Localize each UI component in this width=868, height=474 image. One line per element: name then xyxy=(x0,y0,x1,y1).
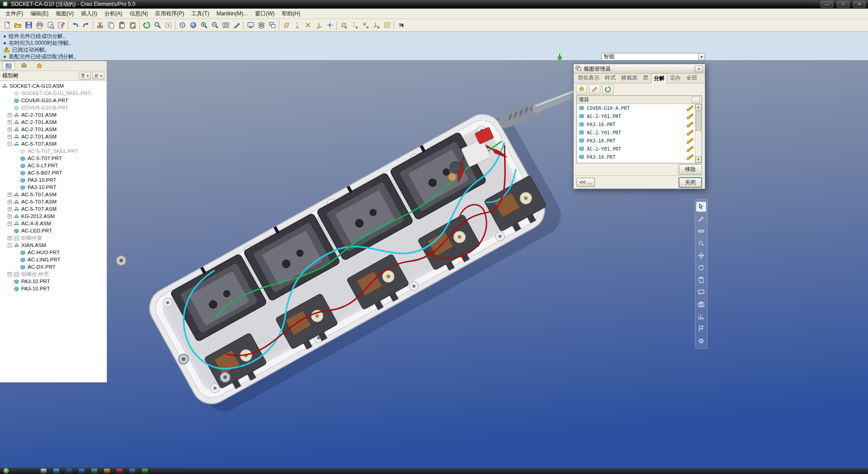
clipboard-icon[interactable] xyxy=(696,275,706,285)
menu-item[interactable]: 帮助(H) xyxy=(278,9,304,19)
print-preview-icon[interactable] xyxy=(45,20,56,31)
tab-层[interactable]: 层 xyxy=(640,73,651,83)
layers-icon[interactable] xyxy=(256,20,267,31)
zoom-window-icon[interactable] xyxy=(696,238,706,248)
refit-icon[interactable] xyxy=(220,20,231,31)
scroll-thumb[interactable] xyxy=(696,111,701,131)
tree-item[interactable]: +组螺丝-外壳 xyxy=(1,270,107,278)
new-state-button[interactable] xyxy=(576,85,587,95)
expand-icon[interactable]: + xyxy=(8,222,12,226)
tree-item[interactable]: +KG-2012.ASM xyxy=(1,213,107,220)
tree-item[interactable]: −AC-5-T07.ASM xyxy=(1,140,107,147)
tab-简化表示[interactable]: 简化表示 xyxy=(575,73,602,83)
menu-item[interactable]: 分析(A) xyxy=(101,9,126,19)
list-scrollbar[interactable]: ▲ ▼ xyxy=(695,104,702,163)
expand-icon[interactable]: + xyxy=(8,193,12,197)
titlebar[interactable]: SOCKET-CA-G10 (活动的) - Creo Elements/Pro … xyxy=(0,0,868,9)
spin-center-display-icon[interactable] xyxy=(324,20,335,31)
regenerate-icon[interactable] xyxy=(141,20,152,31)
menu-item[interactable]: 工具(T) xyxy=(188,9,212,19)
graphics-area[interactable] xyxy=(0,61,868,468)
list-item[interactable]: PA3-10.PRT xyxy=(577,153,695,161)
datum-axis-display-icon[interactable] xyxy=(292,20,302,31)
expand-icon[interactable]: + xyxy=(8,128,12,132)
tree-item[interactable]: AC-5-T07.PRT xyxy=(1,155,107,162)
menu-item[interactable]: 文件(F) xyxy=(2,9,27,19)
tree-item[interactable]: +AC-2-T01.ASM xyxy=(1,126,107,133)
analysis-icon[interactable] xyxy=(696,312,706,322)
tree-filter-button[interactable]: ▼ xyxy=(79,72,91,80)
view-manager-titlebar[interactable]: 视图管理器 × xyxy=(574,64,705,74)
repaint-icon[interactable] xyxy=(231,20,242,31)
collapse-icon[interactable]: − xyxy=(8,243,12,247)
create-datum-plane-icon[interactable] xyxy=(338,20,349,31)
tab-样式[interactable]: 样式 xyxy=(602,73,618,83)
tree-item[interactable]: +AC-5-T07.ASM xyxy=(1,191,107,198)
taskbar-icon[interactable] xyxy=(79,469,85,474)
tree-item[interactable]: AC-DX.PRT xyxy=(1,263,107,270)
tree-item[interactable]: +组螺丝塞 xyxy=(1,234,107,242)
taskbar-icon[interactable] xyxy=(66,469,72,474)
undo-icon[interactable] xyxy=(70,20,80,31)
menu-item[interactable]: 应用程序(P) xyxy=(151,9,188,19)
zoom-out-icon[interactable] xyxy=(209,20,220,31)
tree-item[interactable]: +AC-5-T07.ASM xyxy=(1,205,107,213)
list-item[interactable]: AC-2-Y01.PRT xyxy=(577,145,695,153)
tree-item[interactable]: +AC-5-T07.ASM xyxy=(1,198,107,205)
taskbar-icon[interactable] xyxy=(41,469,47,474)
tree-item[interactable]: AC-5-B07.PRT xyxy=(1,169,107,176)
remove-button[interactable]: 移除 xyxy=(679,164,702,175)
model-tree-tab[interactable] xyxy=(2,62,15,70)
flag-icon[interactable] xyxy=(696,324,706,334)
tree-item[interactable]: +AC-2-T01.ASM xyxy=(1,111,107,118)
pan-icon[interactable] xyxy=(696,251,706,261)
copy-icon[interactable] xyxy=(105,20,116,31)
menu-item[interactable]: 视图(V) xyxy=(52,9,77,19)
measure-icon[interactable] xyxy=(696,226,706,236)
edit-state-button[interactable] xyxy=(589,85,600,95)
create-datum-point-icon[interactable] xyxy=(360,20,371,31)
select-box-icon[interactable] xyxy=(163,20,174,31)
layer-tree-tab[interactable] xyxy=(18,62,30,70)
collapse-icon[interactable]: − xyxy=(8,142,12,146)
tab-分解[interactable]: 分解 xyxy=(651,73,667,83)
tree-item[interactable]: COVER-G10-B.PRT xyxy=(1,104,107,111)
menu-item[interactable]: Manikin(M)... xyxy=(213,9,251,18)
menu-item[interactable]: 插入(I) xyxy=(77,9,100,19)
expand-icon[interactable]: + xyxy=(8,214,12,218)
list-item[interactable]: PA3-10.PRT xyxy=(577,137,695,145)
view-manager-close-icon[interactable]: × xyxy=(695,66,703,72)
tree-item[interactable]: AC-HUO.PRT xyxy=(1,249,107,256)
zoom-in-icon[interactable] xyxy=(198,20,209,31)
menu-item[interactable]: 窗口(W) xyxy=(251,9,278,19)
datum-csys-display-icon[interactable] xyxy=(313,20,324,31)
new-file-icon[interactable] xyxy=(1,20,12,31)
list-item[interactable]: PA3-10.PRT xyxy=(577,120,695,128)
menu-item[interactable]: 信息(N) xyxy=(126,9,152,19)
tree-item[interactable]: AC-LING.PRT xyxy=(1,256,107,263)
taskbar-icon[interactable] xyxy=(117,469,123,474)
tree-item[interactable]: +AC-2-T01.ASM xyxy=(1,133,107,140)
favorites-tab[interactable] xyxy=(33,62,46,70)
datum-plane-display-icon[interactable] xyxy=(281,20,292,31)
erase-display-icon[interactable] xyxy=(56,20,66,31)
expand-icon[interactable]: + xyxy=(8,120,12,124)
camera-icon[interactable] xyxy=(696,299,706,309)
tree-item[interactable]: +AC-2-T01.ASM xyxy=(1,118,107,126)
spin-mode-icon[interactable] xyxy=(177,20,188,31)
shade-sphere-icon[interactable] xyxy=(188,20,198,31)
tab-全部[interactable]: 全部 xyxy=(684,73,700,83)
3d-scene[interactable] xyxy=(0,61,868,468)
taskbar-icon[interactable] xyxy=(53,469,59,474)
select-icon[interactable] xyxy=(696,202,706,212)
rotate-icon[interactable] xyxy=(696,263,706,273)
cut-icon[interactable] xyxy=(94,20,105,31)
datum-point-display-icon[interactable] xyxy=(302,20,313,31)
tree-settings-button[interactable]: ▼ xyxy=(92,72,104,80)
taskbar-icon[interactable] xyxy=(104,469,110,474)
collapse-dialog-button[interactable]: << ... xyxy=(576,178,595,187)
expand-icon[interactable]: + xyxy=(8,272,12,276)
menu-item[interactable]: 编辑(E) xyxy=(27,9,52,19)
sketch-icon[interactable] xyxy=(696,214,706,224)
tree-item[interactable]: PA3-10.PRT xyxy=(1,278,107,285)
